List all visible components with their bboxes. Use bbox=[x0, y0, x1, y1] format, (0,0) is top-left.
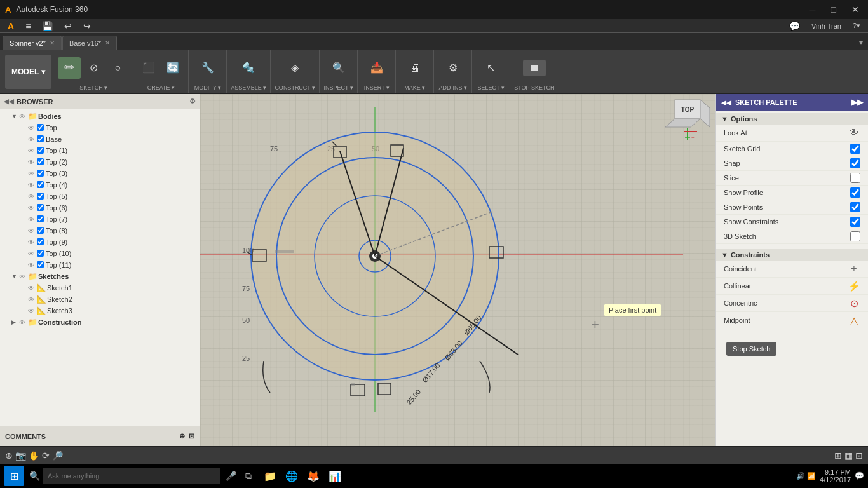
modify-button[interactable]: 🔧 bbox=[196, 59, 219, 76]
e[interactable]: 👁 bbox=[28, 216, 37, 223]
tree-item-top8[interactable]: 👁 Top (8) bbox=[0, 225, 200, 236]
e[interactable]: 👁 bbox=[28, 250, 37, 257]
palette-row-slice[interactable]: Slice bbox=[716, 171, 868, 186]
bodies-eye-icon[interactable]: 👁 bbox=[19, 113, 28, 120]
top-check[interactable] bbox=[37, 124, 46, 132]
slice-checkbox[interactable] bbox=[850, 173, 860, 183]
tree-item-sketch2[interactable]: 👁 📐 Sketch2 bbox=[0, 294, 200, 305]
palette-row-snap[interactable]: Snap bbox=[716, 156, 868, 171]
tree-item-top4[interactable]: 👁 Top (4) bbox=[0, 179, 200, 191]
browser-settings-icon[interactable]: ⚙ bbox=[189, 97, 196, 105]
microphone-icon[interactable]: 🎤 bbox=[226, 471, 236, 481]
tree-item-base[interactable]: 👁 Base bbox=[0, 133, 200, 145]
palette-row-look-at[interactable]: Look At 👁 bbox=[716, 125, 868, 142]
create-revolve-button[interactable]: 🔄 bbox=[161, 59, 184, 76]
browser-collapse-icon[interactable]: ◀◀ bbox=[4, 98, 14, 105]
show-profile-checkbox[interactable] bbox=[850, 187, 860, 198]
assemble-button[interactable]: 🔩 bbox=[237, 59, 260, 76]
palette-row-collinear[interactable]: Collinear ⚡ bbox=[716, 278, 868, 295]
canvas[interactable]: 100 75 50 25 25 50 75 bbox=[200, 94, 715, 446]
c[interactable] bbox=[37, 261, 46, 269]
top-eye-icon[interactable]: 👁 bbox=[28, 125, 37, 132]
model-dropdown-button[interactable]: MODEL ▾ bbox=[5, 55, 51, 89]
stop-sketch-ribbon-button[interactable]: ⏹ bbox=[523, 60, 546, 76]
tree-item-top7[interactable]: 👁 Top (7) bbox=[0, 214, 200, 225]
e[interactable]: 👁 bbox=[28, 170, 37, 177]
sketch-circle-button[interactable]: ○ bbox=[106, 60, 129, 76]
show-points-checkbox[interactable] bbox=[850, 202, 860, 212]
comments-add-icon[interactable]: ⊕ bbox=[179, 432, 185, 440]
e[interactable]: 👁 bbox=[28, 182, 37, 189]
tree-item-sketch3[interactable]: 👁 📐 Sketch3 bbox=[0, 305, 200, 316]
taskbar-start-button[interactable]: ⊞ bbox=[4, 466, 24, 486]
c[interactable] bbox=[37, 238, 46, 247]
construction-eye-icon[interactable]: 👁 bbox=[19, 319, 28, 326]
palette-row-show-profile[interactable]: Show Profile bbox=[716, 186, 868, 200]
c[interactable] bbox=[37, 170, 46, 178]
c[interactable] bbox=[37, 193, 46, 201]
palette-constraints-header[interactable]: ▼ Constraints bbox=[716, 249, 868, 261]
c[interactable] bbox=[37, 227, 46, 235]
taskbar-app-icon[interactable]: 📊 bbox=[325, 466, 344, 486]
c[interactable] bbox=[37, 204, 46, 212]
palette-row-3d-sketch[interactable]: 3D Sketch bbox=[716, 229, 868, 244]
construct-button[interactable]: ◈ bbox=[283, 59, 306, 76]
layout-icon[interactable]: ⊡ bbox=[855, 451, 863, 461]
minimize-button[interactable]: ─ bbox=[806, 3, 820, 16]
nav-cube[interactable]: TOP + bbox=[662, 97, 713, 147]
close-button[interactable]: ✕ bbox=[848, 3, 863, 16]
taskbar-firefox-icon[interactable]: 🦊 bbox=[304, 466, 323, 486]
palette-row-concentric[interactable]: Concentric ⊙ bbox=[716, 295, 868, 312]
c[interactable] bbox=[37, 250, 46, 258]
undo-button[interactable]: ↩ bbox=[59, 20, 77, 32]
maximize-button[interactable]: □ bbox=[827, 3, 840, 16]
tree-item-top9[interactable]: 👁 Top (9) bbox=[0, 236, 200, 248]
select-button[interactable]: ↖ bbox=[480, 59, 503, 76]
sketch-line-button[interactable]: ⊘ bbox=[82, 59, 105, 76]
tree-item-top1[interactable]: 👁 Top (1) bbox=[0, 145, 200, 156]
make-button[interactable]: 🖨 bbox=[403, 60, 426, 76]
tab-spinner-v2[interactable]: Spinner v2* ✕ bbox=[3, 36, 62, 50]
e[interactable]: 👁 bbox=[28, 227, 37, 234]
palette-row-sketch-grid[interactable]: Sketch Grid bbox=[716, 142, 868, 156]
e[interactable]: 👁 bbox=[28, 147, 37, 154]
c[interactable] bbox=[37, 147, 46, 155]
e[interactable]: 👁 bbox=[28, 308, 37, 315]
look-at-icon[interactable]: 👁 bbox=[848, 126, 860, 139]
e[interactable]: 👁 bbox=[28, 205, 37, 212]
tree-item-bodies-section[interactable]: ▼ 👁 📁 Bodies bbox=[0, 111, 200, 122]
base-check[interactable] bbox=[37, 135, 46, 144]
c[interactable] bbox=[37, 158, 46, 166]
sketch-grid-checkbox[interactable] bbox=[850, 144, 860, 154]
origin-snap-icon[interactable]: ⊕ bbox=[5, 451, 13, 461]
base-eye-icon[interactable]: 👁 bbox=[28, 136, 37, 143]
3d-sketch-checkbox[interactable] bbox=[850, 231, 860, 241]
taskbar-explorer-icon[interactable]: 📁 bbox=[261, 466, 280, 486]
tree-item-top6[interactable]: 👁 Top (6) bbox=[0, 202, 200, 214]
palette-row-midpoint[interactable]: Midpoint △ bbox=[716, 312, 868, 329]
tree-item-top2[interactable]: 👁 Top (2) bbox=[0, 156, 200, 168]
tab-base-close[interactable]: ✕ bbox=[105, 39, 110, 46]
hamburger-menu-button[interactable]: ≡ bbox=[20, 20, 36, 32]
camera-icon[interactable]: 📷 bbox=[15, 451, 26, 461]
notification-center-icon[interactable]: 💬 bbox=[855, 471, 864, 480]
show-constraints-checkbox[interactable] bbox=[850, 217, 860, 227]
tree-item-top5[interactable]: 👁 Top (5) bbox=[0, 191, 200, 202]
snap-checkbox[interactable] bbox=[850, 158, 860, 168]
stop-sketch-palette-button[interactable]: Stop Sketch bbox=[726, 342, 776, 356]
save-button[interactable]: 💾 bbox=[37, 20, 58, 32]
palette-row-show-constraints[interactable]: Show Constraints bbox=[716, 215, 868, 229]
c[interactable] bbox=[37, 215, 46, 224]
user-menu-button[interactable]: Vinh Tran bbox=[806, 21, 846, 31]
e[interactable]: 👁 bbox=[28, 159, 37, 166]
addins-button[interactable]: ⚙ bbox=[442, 59, 465, 76]
tree-item-sketches-section[interactable]: ▼ 👁 📁 Sketches bbox=[0, 271, 200, 282]
help-button[interactable]: ?▾ bbox=[848, 20, 865, 31]
tab-base-v16[interactable]: Base v16* ✕ bbox=[62, 36, 117, 50]
browser-resize-icon[interactable]: ⊡ bbox=[189, 432, 194, 440]
sketch-palette-expand-icon[interactable]: ▶▶ bbox=[851, 98, 863, 107]
tab-spinner-close[interactable]: ✕ bbox=[50, 39, 55, 46]
tabs-expand-button[interactable]: ▾ bbox=[857, 36, 865, 50]
display-mode-icon[interactable]: ⊞ bbox=[834, 451, 842, 461]
e[interactable]: 👁 bbox=[28, 296, 37, 303]
